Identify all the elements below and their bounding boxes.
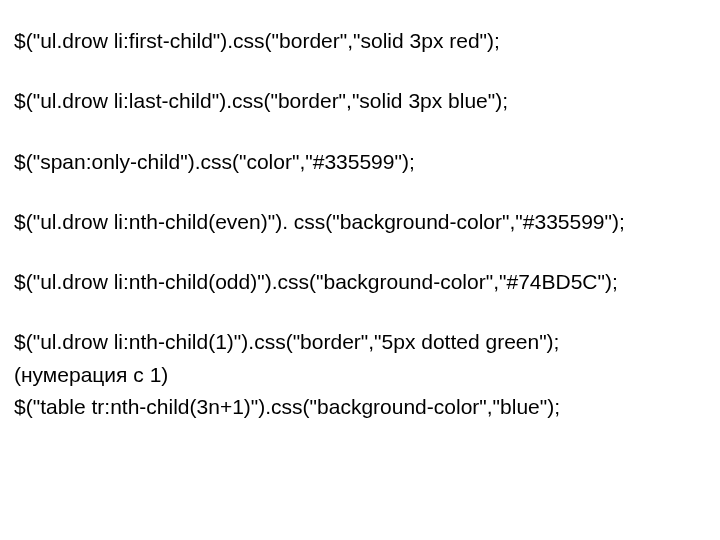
code-line: $("ul.drow li:nth-child(even)"). css("ba…	[14, 209, 706, 235]
spacer	[14, 115, 706, 149]
note-line: (нумерация с 1)	[14, 362, 706, 388]
code-line: $("ul.drow li:first-child").css("border"…	[14, 28, 706, 54]
spacer	[14, 235, 706, 269]
code-line: $("table tr:nth-child(3n+1)").css("backg…	[14, 394, 706, 420]
code-line: $("span:only-child").css("color","#33559…	[14, 149, 706, 175]
code-listing: $("ul.drow li:first-child").css("border"…	[0, 0, 720, 420]
code-line: $("ul.drow li:last-child").css("border",…	[14, 88, 706, 114]
code-line: $("ul.drow li:nth-child(1)").css("border…	[14, 329, 706, 355]
spacer	[14, 295, 706, 329]
spacer	[14, 54, 706, 88]
spacer	[14, 175, 706, 209]
code-line: $("ul.drow li:nth-child(odd)").css("back…	[14, 269, 706, 295]
